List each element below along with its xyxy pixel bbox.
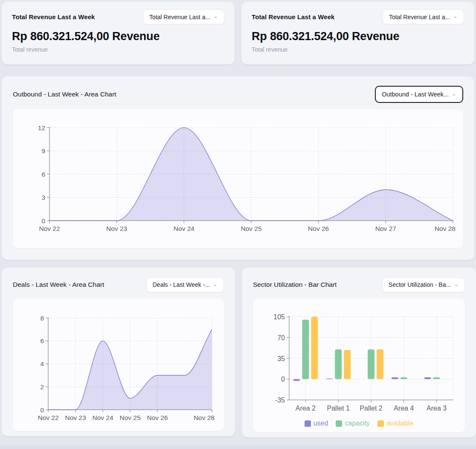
sector-chart-panel: -3503570105Area 2Pallet 1Pallet 2Area 4A… <box>253 298 465 432</box>
dashboard-page: Total Revenue Last a Week Total Revenue … <box>0 0 476 437</box>
bottom-charts-row: Deals - Last Week - Area Chart Deals - L… <box>2 268 474 437</box>
svg-text:Pallet 1: Pallet 1 <box>327 405 350 412</box>
legend-label: capacity <box>345 420 370 427</box>
svg-text:Nov 22: Nov 22 <box>39 225 60 232</box>
svg-text:12: 12 <box>38 124 45 131</box>
legend-swatch-icon <box>336 420 342 427</box>
total-revenue-card-1: Total Revenue Last a Week Total Revenue … <box>2 2 235 64</box>
svg-text:4: 4 <box>40 360 44 367</box>
revenue-value: Rp 860.321.524,00 Revenue <box>252 30 464 43</box>
svg-text:Area 3: Area 3 <box>427 405 447 412</box>
svg-text:Pallet 2: Pallet 2 <box>360 405 382 412</box>
svg-text:-35: -35 <box>275 397 285 404</box>
page-bottom-strip <box>0 446 476 449</box>
dropdown-value: Deals - Last Week -... <box>153 281 210 288</box>
legend-swatch-icon <box>305 420 311 427</box>
outbound-chart-panel: 036912Nov 22Nov 23Nov 24Nov 25Nov 26Nov … <box>13 109 463 248</box>
deals-card: Deals - Last Week - Area Chart Deals - L… <box>2 268 235 436</box>
chevron-down-icon: ⌄ <box>453 13 458 19</box>
svg-text:0: 0 <box>40 406 44 414</box>
svg-text:35: 35 <box>277 355 285 362</box>
sector-bar-chart: -3503570105Area 2Pallet 1Pallet 2Area 4A… <box>253 298 465 419</box>
legend-swatch-icon <box>377 420 384 427</box>
svg-text:Nov 24: Nov 24 <box>92 414 113 421</box>
svg-text:Nov 26: Nov 26 <box>308 225 329 232</box>
legend-item-capacity[interactable]: capacity <box>336 420 370 427</box>
svg-text:Area 2: Area 2 <box>296 405 316 412</box>
card-title: Total Revenue Last a Week <box>12 13 95 20</box>
svg-text:6: 6 <box>40 337 44 344</box>
svg-text:Nov 27: Nov 27 <box>375 225 396 232</box>
svg-text:3: 3 <box>41 194 45 201</box>
dropdown-value: Total Revenue Last a... <box>149 14 210 20</box>
chevron-down-icon: ⌄ <box>452 91 456 96</box>
svg-text:9: 9 <box>41 147 45 155</box>
outbound-card: Outbound - Last Week - Area Chart Outbou… <box>2 76 474 260</box>
sector-title: Sector Utilization - Bar Chart <box>253 281 337 289</box>
card-header: Total Revenue Last a Week Total Revenue … <box>12 9 224 24</box>
revenue-subtitle: Total revenue <box>252 46 464 53</box>
svg-text:Nov 22: Nov 22 <box>38 414 58 421</box>
stat-cards-row: Total Revenue Last a Week Total Revenue … <box>2 2 474 64</box>
svg-text:Nov 28: Nov 28 <box>194 414 215 421</box>
svg-text:70: 70 <box>277 334 285 341</box>
revenue-value: Rp 860.321.524,00 Revenue <box>12 30 224 43</box>
svg-text:8: 8 <box>40 315 44 322</box>
total-revenue-card-2: Total Revenue Last a Week Total Revenue … <box>241 2 474 64</box>
deals-area-chart: 02468Nov 22Nov 23Nov 24Nov 25Nov 26Nov 2… <box>13 298 224 431</box>
sector-dropdown[interactable]: Sector Utilization - Ba... ⌄ <box>382 277 465 292</box>
svg-text:Nov 28: Nov 28 <box>435 225 456 232</box>
chevron-down-icon: ⌄ <box>213 281 218 287</box>
svg-text:Nov 23: Nov 23 <box>65 414 86 421</box>
deals-chart-panel: 02468Nov 22Nov 23Nov 24Nov 25Nov 26Nov 2… <box>13 298 224 431</box>
dropdown-value: Sector Utilization - Ba... <box>389 281 451 288</box>
outbound-area-chart: 036912Nov 22Nov 23Nov 24Nov 25Nov 26Nov … <box>13 109 465 248</box>
legend-label: available <box>386 420 413 427</box>
card-header: Sector Utilization - Bar Chart Sector Ut… <box>253 277 465 292</box>
svg-text:2: 2 <box>40 383 44 391</box>
card-header: Deals - Last Week - Area Chart Deals - L… <box>13 277 224 292</box>
deals-dropdown[interactable]: Deals - Last Week -... ⌄ <box>146 277 224 292</box>
svg-text:Nov 25: Nov 25 <box>241 225 261 232</box>
sector-card: Sector Utilization - Bar Chart Sector Ut… <box>242 268 476 437</box>
svg-text:0: 0 <box>41 217 45 224</box>
legend-item-available[interactable]: available <box>377 420 413 427</box>
outbound-title: Outbound - Last Week - Area Chart <box>13 90 116 98</box>
svg-text:Nov 25: Nov 25 <box>119 414 140 421</box>
svg-text:105: 105 <box>273 313 285 321</box>
deals-title: Deals - Last Week - Area Chart <box>13 281 104 289</box>
outbound-dropdown[interactable]: Outbound - Last Week... ⌄ <box>375 86 463 103</box>
svg-text:Nov 26: Nov 26 <box>147 414 168 421</box>
chevron-down-icon: ⌄ <box>454 281 459 287</box>
legend-item-used[interactable]: used <box>305 420 328 427</box>
svg-text:6: 6 <box>41 171 45 178</box>
chart-legend: usedcapacityavailable <box>253 419 465 432</box>
svg-text:Nov 23: Nov 23 <box>106 225 127 232</box>
svg-text:0: 0 <box>281 376 285 383</box>
dropdown-value: Outbound - Last Week... <box>382 91 449 98</box>
svg-text:Area 4: Area 4 <box>394 405 414 412</box>
chevron-down-icon: ⌄ <box>213 13 218 19</box>
card-title: Total Revenue Last a Week <box>252 13 335 20</box>
total-revenue-dropdown-1[interactable]: Total Revenue Last a... ⌄ <box>143 9 224 24</box>
legend-label: used <box>313 420 328 427</box>
card-header: Outbound - Last Week - Area Chart Outbou… <box>13 86 463 103</box>
revenue-subtitle: Total revenue <box>12 46 224 53</box>
dropdown-value: Total Revenue Last a... <box>389 14 450 20</box>
total-revenue-dropdown-2[interactable]: Total Revenue Last a... ⌄ <box>383 9 464 24</box>
card-header: Total Revenue Last a Week Total Revenue … <box>252 9 464 24</box>
svg-text:Nov 24: Nov 24 <box>174 225 194 232</box>
